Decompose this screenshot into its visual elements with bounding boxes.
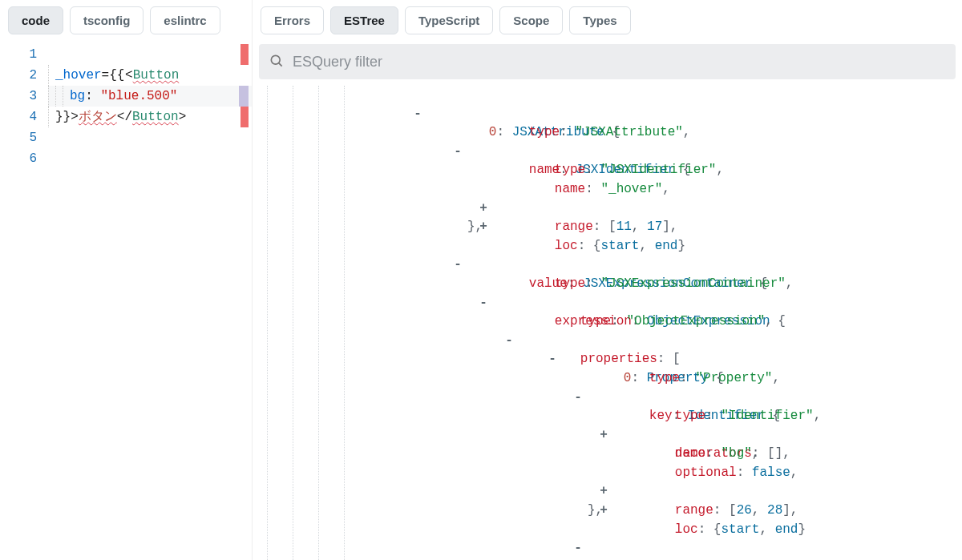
tree-row[interactable]: optional: false, — [253, 445, 962, 464]
error-marker — [240, 107, 249, 127]
code-line[interactable]: <Button — [48, 44, 252, 65]
left-pane: code tsconfig eslintrc 123456 <Button _h… — [0, 0, 253, 560]
tree-row[interactable]: - key: Identifier { — [253, 369, 962, 389]
esquery-filter-bar[interactable] — [259, 44, 956, 79]
tree-row[interactable]: }, — [253, 502, 962, 521]
tree-row[interactable]: type: "ObjectExpression", — [253, 294, 962, 313]
tab-scope[interactable]: Scope — [499, 6, 563, 34]
code-editor[interactable]: 123456 <Button _hover={{ bg: "blue.500" … — [0, 41, 252, 560]
tree-row[interactable]: + loc: {start, end} — [253, 482, 962, 502]
svg-line-1 — [279, 62, 282, 66]
code-line[interactable]: }}>ボタン</Button> — [48, 107, 252, 127]
tab-errors[interactable]: Errors — [261, 6, 324, 34]
tree-row[interactable]: + loc: {start, end} — [253, 199, 962, 219]
tab-types[interactable]: Types — [569, 6, 630, 34]
code-area[interactable]: <Button _hover={{ bg: "blue.500" }}>ボタン<… — [48, 41, 252, 560]
tab-tsconfig[interactable]: tsconfig — [70, 6, 143, 34]
tab-eslintrc[interactable]: eslintrc — [150, 6, 220, 34]
left-tabs: code tsconfig eslintrc — [0, 0, 252, 41]
tree-row[interactable]: - properties: [ — [253, 312, 962, 332]
tree-row[interactable]: name: "_hover", — [253, 161, 962, 180]
tree-row[interactable]: - value: Literal { — [253, 521, 962, 540]
tree-row[interactable]: type: "Identifier", — [253, 389, 962, 408]
tab-code[interactable]: code — [8, 6, 63, 34]
search-icon — [269, 53, 285, 71]
tree-row[interactable]: name: "bg", — [253, 426, 962, 445]
code-line[interactable] — [48, 127, 252, 148]
tree-row[interactable]: + range: [11, 17], — [253, 180, 962, 199]
tab-estree[interactable]: ESTree — [330, 6, 398, 34]
right-pane: Errors ESTree TypeScript Scope Types - 0… — [253, 0, 962, 560]
code-line[interactable]: _hover={{ — [48, 65, 252, 86]
tree-row[interactable]: - 0: JSXAttribute { — [253, 86, 962, 105]
app-root: code tsconfig eslintrc 123456 <Button _h… — [0, 0, 962, 560]
tree-row[interactable]: - value: JSXExpressionContainer { — [253, 237, 962, 256]
tree-row[interactable]: - 0: Property { — [253, 332, 962, 351]
tree-row[interactable]: + decorators: [], — [253, 407, 962, 426]
selection-end-marker — [239, 86, 249, 107]
tab-typescript[interactable]: TypeScript — [405, 6, 493, 34]
line-gutter: 123456 — [0, 41, 48, 560]
tree-row[interactable]: + range: [26, 28], — [253, 464, 962, 483]
tree-row[interactable]: type: "JSXExpressionContainer", — [253, 256, 962, 275]
svg-point-0 — [271, 55, 280, 64]
tree-row[interactable]: type: "JSXAttribute", — [253, 105, 962, 124]
tree-row[interactable]: }, — [253, 218, 962, 237]
right-tabs: Errors ESTree TypeScript Scope Types — [253, 0, 962, 41]
tree-row[interactable]: - expression: ObjectExpression { — [253, 275, 962, 294]
tree-row[interactable]: type: "Property", — [253, 350, 962, 369]
esquery-filter-input[interactable] — [293, 54, 946, 71]
tree-row[interactable]: type: "Literal", — [253, 539, 962, 558]
tree-row[interactable]: - name: JSXIdentifier { — [253, 123, 962, 143]
error-marker — [240, 44, 249, 65]
code-line[interactable]: bg: "blue.500" — [48, 86, 252, 107]
code-line[interactable] — [48, 148, 252, 169]
tree-row[interactable]: type: "JSXIdentifier", — [253, 143, 962, 162]
ast-tree[interactable]: - 0: JSXAttribute { type: "JSXAttribute"… — [253, 79, 962, 560]
